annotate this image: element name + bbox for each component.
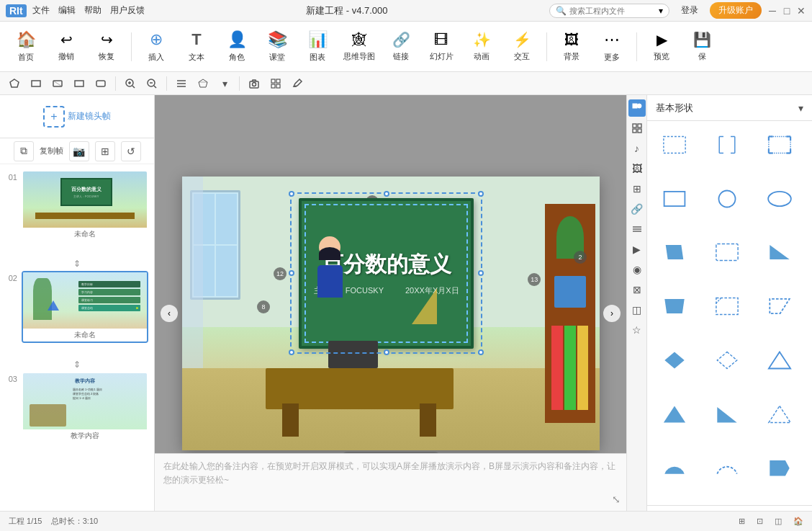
shapes-dropdown-button[interactable]: ▾ [798, 102, 803, 114]
right-icon-lock[interactable]: ⊠ [628, 281, 646, 298]
sub-btn-rect3[interactable] [71, 75, 88, 92]
toolbar-preview[interactable]: ▶ 预览 [643, 25, 680, 68]
toolbar-save[interactable]: 💾 保 [683, 25, 721, 68]
right-icon-star[interactable]: ☆ [628, 321, 646, 339]
canvas-nav-prev[interactable]: ‹ [161, 305, 178, 322]
shape-bracket[interactable] [705, 127, 749, 163]
canvas-nav-next[interactable]: › [603, 305, 621, 322]
shape-triangle-fill[interactable] [653, 396, 696, 432]
toolbar-chart[interactable]: 📊 图表 [299, 25, 336, 68]
toolbar-redo[interactable]: ↪ 恢复 [88, 25, 125, 68]
search-input[interactable] [569, 6, 656, 15]
menu-edit[interactable]: 编辑 [58, 4, 76, 17]
bg-label: 背景 [564, 51, 579, 62]
shape-trapezoid[interactable] [653, 288, 696, 324]
maximize-button[interactable]: □ [782, 6, 792, 16]
right-icon-video[interactable]: ▶ [628, 241, 646, 258]
statusbar-icon-4[interactable]: 🏠 [793, 517, 803, 526]
slide-thumb-02[interactable]: 👁 🗑 教学目标 学习内容 课堂练习 [22, 271, 148, 343]
menu-feedback[interactable]: 用户反馈 [110, 4, 145, 17]
shape-diamond-dashed[interactable] [705, 342, 749, 378]
close-button[interactable]: ✕ [796, 6, 806, 16]
statusbar-icon-3[interactable]: ◫ [775, 517, 782, 526]
toolbar-text[interactable]: T 文本 [178, 25, 215, 68]
shape-rect-right[interactable] [758, 450, 801, 486]
toolbar-link[interactable]: 🔗 链接 [382, 25, 420, 68]
toolbar-slide[interactable]: 🎞 幻灯片 [423, 25, 460, 68]
fit-tool-button[interactable]: ⊞ [95, 141, 115, 161]
toolbar-home[interactable]: 🏠 首页 [7, 25, 45, 68]
sub-sep-2 [166, 76, 167, 91]
shape-parallelogram[interactable] [653, 234, 696, 270]
sub-btn-edit[interactable] [289, 75, 306, 92]
right-icon-eye[interactable]: ◉ [628, 261, 646, 278]
right-icon-image[interactable]: 🖼 [628, 160, 646, 177]
shape-right-trapezoid2[interactable] [758, 288, 801, 324]
toolbar-insert[interactable]: ⊕ 插入 [137, 25, 175, 68]
shape-right-trapezoid[interactable] [758, 234, 801, 270]
shape-circle[interactable] [705, 181, 749, 217]
statusbar-icon-2[interactable]: ⊡ [757, 517, 763, 526]
copy-frame-button[interactable]: ⧉ [14, 141, 34, 161]
sub-btn-dropdown[interactable]: ▾ [216, 75, 233, 92]
sub-btn-pentagon2[interactable] [194, 75, 212, 92]
shape-rect[interactable] [653, 181, 696, 217]
sub-btn-rect2[interactable] [49, 75, 66, 92]
refresh-tool-button[interactable]: ↺ [121, 141, 141, 161]
animation-icon: ✨ [473, 31, 491, 48]
toolbar-classroom[interactable]: 📚 课堂 [258, 25, 296, 68]
slide-num-02: 02 [6, 271, 17, 282]
minimize-button[interactable]: ─ [767, 6, 777, 16]
chart-label: 图表 [310, 52, 325, 63]
sub-btn-zoom-in[interactable] [122, 75, 139, 92]
shape-ellipse[interactable] [758, 181, 801, 217]
shape-rect-corner-dashed[interactable] [758, 127, 801, 163]
right-icon-audio[interactable]: ♪ [628, 140, 646, 157]
toolbar-role[interactable]: 👤 角色 [218, 25, 256, 68]
sub-sep-3 [239, 76, 240, 91]
svg-line-3 [53, 81, 62, 86]
toolbar-undo[interactable]: ↩ 撤销 [48, 25, 85, 68]
right-icon-filter[interactable] [628, 120, 646, 137]
shape-diamond[interactable] [653, 342, 696, 378]
sub-btn-pentagon[interactable] [6, 75, 23, 92]
sub-btn-camera[interactable] [245, 75, 263, 92]
slide-item-03: 03 教学内容 题目名称 1~功能1 题目 课堂学生总结 2 段落 提问 1~4… [6, 372, 148, 444]
toolbar-animation[interactable]: ✨ 动画 [463, 25, 500, 68]
shape-triangle-up[interactable] [758, 342, 801, 378]
camera-tool-button[interactable]: 📷 [69, 141, 89, 161]
right-icon-grid[interactable]: ⊞ [628, 180, 646, 197]
statusbar-icon-1[interactable]: ⊞ [739, 517, 745, 526]
sub-btn-zoom-out[interactable] [143, 75, 161, 92]
new-frame-button[interactable]: + 新建镜头帧 [43, 106, 111, 128]
right-icon-layers[interactable] [628, 220, 646, 238]
slide-thumb-03[interactable]: 教学内容 题目名称 1~功能1 题目 课堂学生总结 2 段落 提问 1~4 题目… [22, 372, 148, 444]
right-icon-link[interactable]: 🔗 [628, 200, 646, 218]
upgrade-button[interactable]: 升级账户 [710, 2, 762, 19]
notes-area[interactable]: 在此处输入您的备注内容，在预览时开启双屏模式，可以实现A屏全屏播放演示内容，B屏… [155, 453, 626, 511]
shape-rect-corner[interactable] [705, 288, 749, 324]
toolbar-mindmap[interactable]: 🕸 思维导图 [339, 25, 379, 68]
right-icon-shapes[interactable] [628, 99, 646, 117]
shape-rect-dashed[interactable] [653, 127, 696, 163]
shape-arc-dashed[interactable] [705, 450, 749, 486]
shape-semi-circle[interactable] [653, 450, 696, 486]
svg-marker-57 [664, 406, 685, 422]
menu-help[interactable]: 帮助 [84, 4, 102, 17]
login-button[interactable]: 登录 [675, 3, 704, 18]
toolbar-bg[interactable]: 🖼 背景 [553, 25, 590, 68]
toolbar-interact[interactable]: ⚡ 交互 [503, 25, 541, 68]
right-icon-arrange[interactable]: ◫ [628, 301, 646, 318]
notes-expand-button[interactable]: ⤡ [612, 494, 621, 505]
slide-thumb-01[interactable]: 百分数的意义 主讲人：FOCUSKY 未命名 [22, 170, 148, 242]
toolbar-more[interactable]: ⋯ 更多 [593, 25, 631, 68]
shape-rect-dashed2[interactable] [705, 234, 749, 270]
sub-btn-rect4[interactable] [92, 75, 109, 92]
sub-btn-align[interactable] [173, 75, 190, 92]
menu-file[interactable]: 文件 [32, 4, 50, 17]
search-box[interactable]: 🔍 ▾ [549, 4, 669, 18]
sub-btn-rect1[interactable] [27, 75, 45, 92]
sub-btn-grid[interactable] [267, 75, 284, 92]
shape-right-triangle[interactable] [705, 396, 749, 432]
shape-tri-dashed[interactable] [758, 396, 801, 432]
